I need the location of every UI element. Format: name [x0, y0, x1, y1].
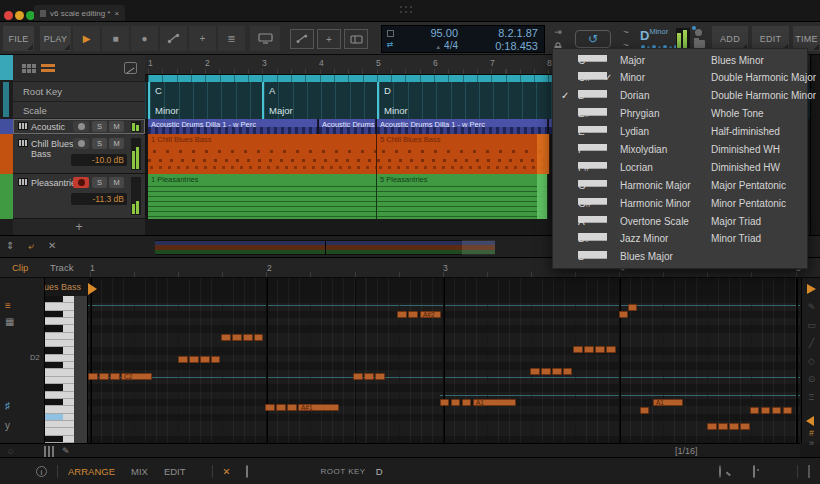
scale-menu-row[interactable]: FMixolydianDiminished WH: [553, 141, 807, 159]
midi-note[interactable]: A1: [473, 399, 516, 406]
keys-clip[interactable]: 1 Pleasantries: [148, 174, 377, 219]
record-arm-button[interactable]: [73, 138, 89, 149]
scale-lane-header[interactable]: Scale: [13, 102, 145, 119]
midi-note[interactable]: [740, 423, 750, 430]
menu-root-key[interactable]: C#: [578, 72, 607, 79]
midi-note[interactable]: [451, 399, 460, 406]
menu-scale[interactable]: Phrygian: [620, 108, 659, 119]
scale-menu-row[interactable]: F#LocrianDiminished HW: [553, 159, 807, 177]
scale-menu-row[interactable]: E♭PhrygianWhole Tone: [553, 106, 807, 124]
grid-resolution-value[interactable]: [1/16]: [675, 446, 698, 456]
midi-note[interactable]: [200, 356, 210, 363]
menu-root-key[interactable]: B: [578, 251, 607, 258]
midi-note[interactable]: [462, 399, 471, 406]
drum-pads-icon[interactable]: ▦: [5, 316, 14, 327]
view-mix[interactable]: MIX: [131, 466, 148, 477]
root-key-value[interactable]: D: [376, 466, 383, 477]
mute-button[interactable]: M: [109, 121, 124, 132]
root-key-section[interactable]: A: [262, 82, 377, 102]
piano-key[interactable]: [45, 325, 74, 332]
piano-key[interactable]: [45, 311, 74, 318]
piano-key[interactable]: [45, 340, 74, 347]
midi-note[interactable]: [276, 404, 286, 411]
arrangement-minimap[interactable]: [155, 240, 495, 255]
piano-key[interactable]: [45, 318, 74, 325]
piano-key[interactable]: [45, 355, 74, 362]
piano-key[interactable]: [45, 296, 74, 303]
midi-note[interactable]: [364, 373, 374, 380]
midi-note[interactable]: [189, 356, 199, 363]
piano-key[interactable]: [45, 370, 74, 377]
menu-scale[interactable]: Harmonic Major: [620, 180, 691, 191]
menu-root-key[interactable]: F: [578, 144, 607, 151]
fold-chevrons-icon[interactable]: »: [802, 438, 820, 448]
loop-toggle-button[interactable]: ↺: [575, 30, 611, 48]
follow-playhead-icon[interactable]: ⇄: [387, 40, 394, 49]
view-arrange[interactable]: ARRANGE: [68, 466, 115, 477]
midi-note[interactable]: [783, 407, 792, 414]
draw-mode-icon[interactable]: ✎: [62, 446, 70, 456]
menu-scale-alt[interactable]: Double Harmonic Minor: [711, 90, 816, 101]
loop-marker-icon[interactable]: ◌: [8, 446, 13, 456]
close-panel-icon[interactable]: ✕: [48, 240, 56, 252]
clip-grid-icon[interactable]: [22, 64, 36, 73]
midi-note[interactable]: [552, 368, 562, 375]
time-signature[interactable]: ▲4/4: [398, 40, 458, 51]
midi-note[interactable]: [761, 407, 770, 414]
root-key-lane-header[interactable]: Root Key: [13, 82, 145, 102]
view-edit[interactable]: EDIT: [164, 466, 186, 477]
menu-scale[interactable]: Overtone Scale: [620, 216, 689, 227]
piano-key[interactable]: [45, 406, 74, 413]
file-button[interactable]: FILE: [3, 26, 34, 51]
track-volume-value[interactable]: -11.3 dB: [71, 193, 127, 205]
track-header-acoustic[interactable]: Acoustic S M: [13, 119, 145, 134]
show-automation-button[interactable]: [290, 29, 314, 49]
menu-scale[interactable]: Jazz Minor: [620, 233, 668, 244]
midi-note[interactable]: [729, 423, 739, 430]
voicing-icon[interactable]: y: [5, 420, 10, 431]
drum-clip[interactable]: Acoustic Drums Di: [319, 119, 376, 134]
tab-close-icon[interactable]: ×: [114, 9, 119, 18]
scale-menu-row[interactable]: BBlues Major: [553, 249, 807, 267]
menu-scale-alt[interactable]: Minor Pentatonic: [711, 198, 786, 209]
menu-scale[interactable]: Major: [620, 55, 645, 66]
mute-button[interactable]: M: [109, 138, 124, 149]
mute-button[interactable]: M: [109, 177, 124, 188]
window-close-button[interactable]: [4, 11, 13, 20]
menu-scale[interactable]: Dorian: [620, 90, 649, 101]
midi-note[interactable]: [353, 373, 363, 380]
fold-notes-icon[interactable]: ≡: [5, 300, 11, 311]
scale-menu-row[interactable]: G#Harmonic MinorMinor Pentatonic: [553, 195, 807, 213]
scale-menu-row[interactable]: GHarmonic MajorMajor Pentatonic: [553, 177, 807, 195]
piano-key[interactable]: [45, 384, 74, 391]
follow-icon[interactable]: ✕: [223, 466, 231, 477]
midi-note[interactable]: [178, 356, 188, 363]
transport-play-button[interactable]: ▶: [73, 26, 100, 51]
position-time-value[interactable]: 0:18.453: [464, 40, 538, 52]
keys-clip[interactable]: 5 Pleasantries: [377, 174, 548, 219]
return-arrow-icon[interactable]: ⤶: [28, 240, 34, 252]
menu-scale-alt[interactable]: Diminished HW: [711, 162, 780, 173]
scale-selection-menu[interactable]: CMajorBlues MinorC#✓MinorDouble Harmonic…: [552, 48, 808, 269]
track-volume-value[interactable]: -10.0 dB: [71, 154, 127, 166]
menu-scale[interactable]: Mixolydian: [620, 144, 667, 155]
midi-note[interactable]: [221, 334, 231, 341]
loop-selection-icon[interactable]: [387, 30, 394, 37]
midi-note[interactable]: [243, 334, 253, 341]
midi-note[interactable]: [718, 423, 728, 430]
dual-display-button[interactable]: [250, 26, 280, 51]
info-icon[interactable]: i: [36, 466, 47, 477]
search-icon[interactable]: [719, 465, 721, 478]
select-tool-icon[interactable]: ◇: [802, 356, 820, 366]
midi-note[interactable]: [440, 399, 449, 406]
transport-record-button[interactable]: ●: [131, 26, 158, 51]
solo-button[interactable]: S: [92, 121, 107, 132]
scale-menu-row[interactable]: C#✓MinorDouble Harmonic Major: [553, 70, 807, 88]
midi-note[interactable]: [606, 346, 616, 353]
piano-key[interactable]: [45, 303, 74, 310]
record-arm-button[interactable]: [73, 177, 89, 188]
menu-scale-alt[interactable]: Major Pentatonic: [711, 180, 786, 191]
midi-note[interactable]: [619, 311, 628, 318]
minimap-view-region[interactable]: [462, 240, 495, 255]
layout-button[interactable]: [344, 29, 368, 49]
